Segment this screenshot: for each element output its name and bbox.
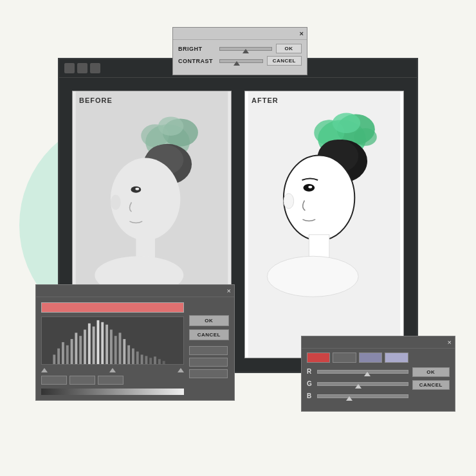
svg-rect-40 [105, 325, 108, 364]
svg-rect-49 [145, 356, 147, 364]
histogram-area [41, 316, 184, 365]
hist-input-bar [41, 302, 184, 313]
hist-right-panel: OK CANCEL [189, 302, 229, 395]
hist-dialog-close[interactable]: × [227, 287, 231, 295]
svg-rect-41 [110, 329, 113, 364]
svg-rect-31 [66, 345, 69, 364]
hist-dialog-body: OK CANCEL [36, 297, 234, 400]
g-channel-label: G [307, 380, 315, 387]
b-channel-slider[interactable] [317, 394, 408, 398]
svg-rect-30 [62, 342, 64, 364]
svg-rect-34 [79, 336, 82, 364]
svg-point-27 [284, 194, 294, 209]
svg-rect-28 [53, 354, 55, 364]
svg-rect-42 [114, 336, 117, 364]
svg-rect-33 [75, 333, 77, 364]
brightness-thumb [243, 49, 249, 53]
g-channel-thumb [355, 384, 362, 389]
svg-rect-43 [119, 333, 122, 364]
hist-controls-row [41, 368, 184, 372]
svg-point-26 [267, 256, 358, 297]
hist-dialog-titlebar: × [36, 285, 234, 297]
hist-side-btn-1[interactable] [189, 346, 228, 355]
toolbar-button-3[interactable] [90, 63, 100, 73]
b-channel-thumb [346, 396, 352, 401]
brightness-slider-wrap [219, 47, 272, 51]
rgb-dialog: × R G [301, 336, 455, 412]
contrast-cancel-button[interactable]: CANCEL [267, 56, 302, 66]
contrast-row: CONTRAST CANCEL [178, 56, 302, 66]
color-box-2 [333, 352, 356, 363]
svg-rect-51 [154, 356, 156, 364]
rgb-dialog-titlebar: × [302, 336, 455, 349]
g-channel-row: G [307, 380, 408, 387]
svg-rect-47 [136, 352, 139, 364]
contrast-slider-wrap [219, 59, 263, 63]
svg-rect-35 [84, 329, 86, 364]
svg-point-24 [308, 186, 312, 188]
rgb-color-boxes [307, 352, 408, 363]
svg-rect-38 [96, 320, 99, 364]
r-channel-row: R [307, 368, 408, 375]
hist-cancel-button[interactable]: CANCEL [189, 329, 229, 340]
svg-rect-10 [136, 234, 155, 259]
svg-point-17 [333, 113, 360, 134]
rgb-dialog-close[interactable]: × [448, 338, 452, 346]
r-channel-label: R [307, 368, 315, 375]
bc-dialog: × BRIGHT OK CONTRAST CANCEL [172, 27, 307, 75]
rgb-left-panel: R G B [307, 352, 408, 405]
brightness-label: BRIGHT [178, 46, 215, 52]
svg-rect-32 [71, 339, 73, 364]
svg-rect-36 [88, 324, 91, 364]
svg-rect-29 [57, 349, 60, 364]
svg-rect-44 [123, 339, 125, 364]
toolbar-button-2[interactable] [77, 63, 87, 73]
svg-rect-48 [141, 354, 143, 364]
brightness-row: BRIGHT OK [178, 44, 302, 53]
contrast-slider[interactable] [219, 59, 263, 63]
svg-point-18 [354, 128, 376, 146]
color-box-4 [385, 352, 408, 363]
brightness-slider[interactable] [219, 47, 272, 51]
hist-dialog: × [35, 284, 235, 401]
hist-side-buttons [189, 346, 229, 378]
bc-dialog-body: BRIGHT OK CONTRAST CANCEL [173, 40, 307, 75]
r-channel-slider[interactable] [317, 370, 408, 374]
svg-rect-50 [149, 358, 152, 364]
rgb-cancel-button[interactable]: CANCEL [412, 380, 450, 390]
svg-point-4 [158, 116, 183, 136]
bc-dialog-close[interactable]: × [300, 30, 304, 37]
rgb-right-panel: OK CANCEL [412, 352, 450, 405]
histogram-svg [42, 317, 183, 364]
hist-side-btn-2[interactable] [189, 358, 228, 367]
hist-small-btn-2[interactable] [69, 376, 95, 385]
svg-rect-46 [132, 349, 134, 364]
svg-rect-52 [158, 359, 161, 364]
svg-rect-39 [101, 322, 104, 364]
svg-rect-45 [127, 345, 130, 364]
svg-point-12 [111, 195, 121, 210]
rgb-dialog-body: R G B OK CANCEL [302, 349, 455, 411]
hist-small-btn-1[interactable] [41, 376, 67, 385]
g-channel-slider[interactable] [317, 382, 408, 386]
b-channel-row: B [307, 392, 408, 399]
hist-ok-button[interactable]: OK [189, 315, 229, 326]
hist-side-btn-3[interactable] [189, 369, 228, 378]
after-panel: AFTER [244, 91, 404, 358]
toolbar-button-1[interactable] [64, 63, 75, 73]
brightness-ok-button[interactable]: OK [276, 44, 302, 53]
svg-point-7 [111, 158, 180, 241]
svg-rect-53 [163, 361, 165, 364]
hist-thumb-right [178, 368, 184, 372]
color-box-1 [307, 352, 330, 363]
contrast-thumb [233, 61, 240, 66]
before-label: BEFORE [79, 96, 113, 104]
svg-rect-37 [93, 327, 95, 364]
hist-thumb-mid [109, 368, 116, 372]
after-label: AFTER [252, 96, 279, 104]
contrast-label: CONTRAST [178, 58, 215, 64]
svg-point-9 [135, 188, 139, 190]
rgb-ok-button[interactable]: OK [412, 367, 450, 377]
color-box-3 [359, 352, 382, 363]
hist-small-btn-3[interactable] [98, 376, 124, 385]
